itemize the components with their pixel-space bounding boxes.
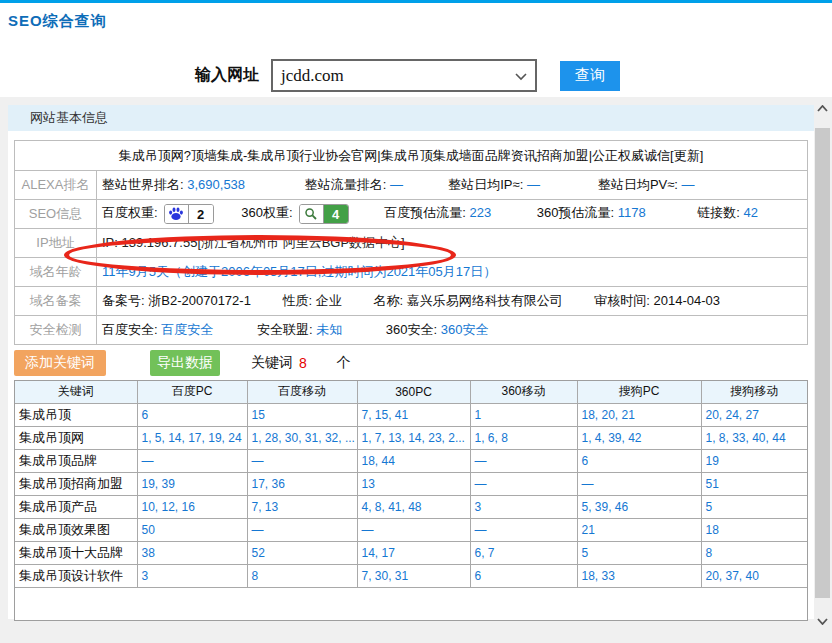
rank-cell[interactable]: —	[247, 449, 357, 472]
rank-cell[interactable]: 10, 12, 16	[137, 495, 247, 518]
keyword-rank-box: 关键词百度PC百度移动360PC360移动搜狗PC搜狗移动 集成吊顶6157, …	[14, 380, 808, 621]
keyword-cell: 集成吊顶网	[15, 426, 137, 449]
rank-cell[interactable]: 6	[577, 449, 701, 472]
rank-cell[interactable]: 13	[357, 472, 470, 495]
icp-nature-value: 企业	[316, 293, 342, 308]
baidu-weight-label: 百度权重:	[102, 205, 158, 220]
rank-cell[interactable]: 18, 33	[577, 564, 701, 587]
links-count-value[interactable]: 42	[744, 205, 758, 220]
rank-cell[interactable]: —	[470, 472, 577, 495]
alexa-traffic-rank-label: 整站流量排名:	[305, 177, 387, 192]
column-header: 搜狗移动	[701, 381, 807, 403]
rank-cell[interactable]: 50	[137, 518, 247, 541]
table-row: 集成吊顶网1, 5, 14, 17, 19, 241, 28, 30, 31, …	[15, 426, 807, 449]
rank-cell[interactable]: 8	[701, 541, 807, 564]
rank-cell[interactable]: 18, 44	[357, 449, 470, 472]
keyword-count-unit: 个	[337, 354, 351, 372]
rank-cell[interactable]: 1, 7, 13, 14, 23, 2...	[357, 426, 470, 449]
security-alliance-value[interactable]: 未知	[316, 322, 342, 337]
ip-row-label: IP地址	[15, 229, 97, 258]
rank-cell[interactable]: 6	[470, 564, 577, 587]
rank-cell[interactable]: 15	[247, 403, 357, 426]
vertical-scrollbar[interactable]	[814, 100, 831, 630]
rank-cell[interactable]: 4, 8, 41, 48	[357, 495, 470, 518]
rank-cell[interactable]: 6	[137, 403, 247, 426]
baidu-security-value[interactable]: 百度安全	[161, 322, 213, 337]
table-row: 集成吊顶设计软件387, 30, 31618, 3320, 37, 40	[15, 564, 807, 587]
rank-cell[interactable]: —	[577, 472, 701, 495]
alexa-world-rank-value[interactable]: 3,690,538	[187, 177, 245, 192]
so360-security-value[interactable]: 360安全	[441, 322, 489, 337]
alexa-traffic-rank-value[interactable]: —	[390, 177, 403, 192]
rank-cell[interactable]: 8	[247, 564, 357, 587]
so360-security-label: 360安全:	[386, 322, 437, 337]
rank-cell[interactable]: 17, 36	[247, 472, 357, 495]
rank-cell[interactable]: 19, 39	[137, 472, 247, 495]
rank-cell[interactable]: 5, 39, 46	[577, 495, 701, 518]
keyword-cell: 集成吊顶品牌	[15, 449, 137, 472]
ip-address-value[interactable]: IP: 139.196.7.55[浙江省杭州市 阿里云BGP数据中心]	[97, 229, 808, 258]
rank-cell[interactable]: 38	[137, 541, 247, 564]
keyword-count-label: 关键词	[251, 354, 293, 372]
url-combobox[interactable]: jcdd.com	[271, 59, 537, 92]
rank-cell[interactable]: 6, 7	[470, 541, 577, 564]
so360-traffic-value[interactable]: 1178	[618, 205, 646, 220]
chevron-down-icon[interactable]	[515, 67, 527, 85]
export-data-button[interactable]: 导出数据	[150, 350, 220, 376]
rank-cell[interactable]: 7, 13	[247, 495, 357, 518]
site-title[interactable]: 集成吊顶网?顶墙集成-集成吊顶行业协会官网|集成吊顶集成墙面品牌资讯招商加盟|公…	[15, 141, 808, 171]
site-title-row: 集成吊顶网?顶墙集成-集成吊顶行业协会官网|集成吊顶集成墙面品牌资讯招商加盟|公…	[15, 141, 808, 171]
rank-cell[interactable]: 1, 4, 39, 42	[577, 426, 701, 449]
rank-cell[interactable]: 5	[701, 495, 807, 518]
rank-cell[interactable]: 1, 5, 14, 17, 19, 24	[137, 426, 247, 449]
scroll-up-icon[interactable]	[814, 100, 831, 117]
rank-cell[interactable]: 19	[701, 449, 807, 472]
icp-number-value: 浙B2-20070172-1	[148, 293, 251, 308]
rank-cell[interactable]: 18, 20, 21	[577, 403, 701, 426]
rank-cell[interactable]: 3	[137, 564, 247, 587]
keyword-cell: 集成吊顶十大品牌	[15, 541, 137, 564]
baidu-weight-badge[interactable]: 2	[164, 204, 214, 224]
alexa-row: ALEXA排名 整站世界排名: 3,690,538 整站流量排名: — 整站日均…	[15, 171, 808, 200]
domain-age-row: 域名年龄 11年9月5天（创建于2006年05月17日,过期时间为2021年05…	[15, 258, 808, 287]
daily-pv-value[interactable]: —	[682, 177, 695, 192]
scrollbar-thumb[interactable]	[815, 128, 830, 598]
rank-cell[interactable]: 20, 37, 40	[701, 564, 807, 587]
query-button[interactable]: 查询	[560, 61, 620, 91]
url-value[interactable]: jcdd.com	[281, 66, 344, 86]
keyword-cell: 集成吊顶产品	[15, 495, 137, 518]
rank-cell[interactable]: 1, 8, 33, 40, 44	[701, 426, 807, 449]
rank-cell[interactable]: 20, 24, 27	[701, 403, 807, 426]
rank-cell[interactable]: —	[470, 518, 577, 541]
rank-cell[interactable]: 1	[470, 403, 577, 426]
scroll-down-icon[interactable]	[814, 613, 831, 630]
rank-cell[interactable]: —	[247, 518, 357, 541]
keyword-table-header-row: 关键词百度PC百度移动360PC360移动搜狗PC搜狗移动	[15, 381, 807, 403]
alexa-world-rank-label: 整站世界排名:	[102, 177, 184, 192]
rank-cell[interactable]: 7, 30, 31	[357, 564, 470, 587]
rank-cell[interactable]: 14, 17	[357, 541, 470, 564]
rank-cell[interactable]: —	[357, 518, 470, 541]
magnifier-icon	[300, 205, 324, 223]
rank-cell[interactable]: —	[137, 449, 247, 472]
title-bar: SEO综合查询	[0, 3, 832, 40]
rank-cell[interactable]: 7, 15, 41	[357, 403, 470, 426]
rank-cell[interactable]: 5	[577, 541, 701, 564]
keyword-cell: 集成吊顶招商加盟	[15, 472, 137, 495]
rank-cell[interactable]: 18	[701, 518, 807, 541]
keyword-toolbar: 添加关键词 导出数据 关键词 8 个	[14, 350, 808, 376]
rank-cell[interactable]: 1, 28, 30, 31, 32, ...	[247, 426, 357, 449]
rank-cell[interactable]: —	[470, 449, 577, 472]
baidu-traffic-value[interactable]: 223	[469, 205, 491, 220]
domain-age-value: 11年9月5天（创建于2006年05月17日,过期时间为2021年05月17日）	[97, 258, 808, 287]
rank-cell[interactable]: 51	[701, 472, 807, 495]
rank-cell[interactable]: 21	[577, 518, 701, 541]
rank-cell[interactable]: 52	[247, 541, 357, 564]
icp-nature-label: 性质:	[283, 293, 313, 308]
links-count-label: 链接数:	[697, 205, 740, 220]
add-keyword-button[interactable]: 添加关键词	[14, 350, 106, 376]
daily-ip-value[interactable]: —	[527, 177, 540, 192]
rank-cell[interactable]: 3	[470, 495, 577, 518]
rank-cell[interactable]: 1, 6, 8	[470, 426, 577, 449]
so360-weight-badge[interactable]: 4	[299, 204, 349, 224]
